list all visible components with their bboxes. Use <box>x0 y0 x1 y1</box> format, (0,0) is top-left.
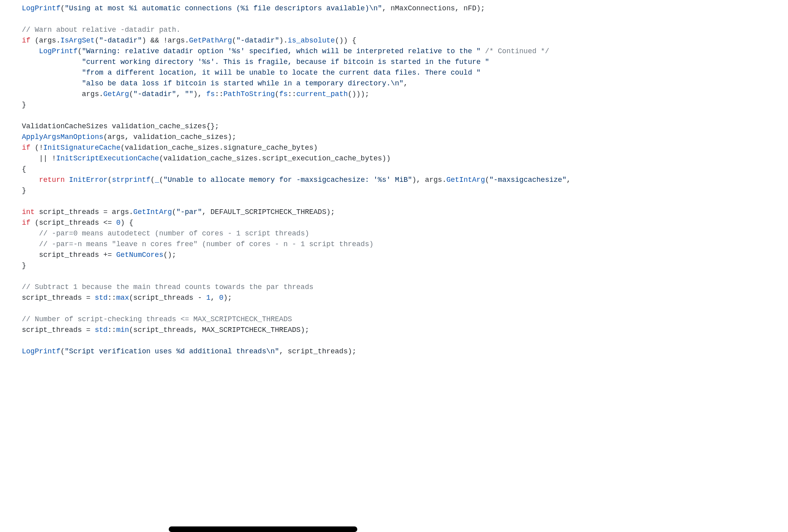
code-token: LogPrintf <box>22 347 60 355</box>
code-token: , DEFAULT_SCRIPTCHECK_THREADS); <box>202 208 335 216</box>
code-token: || ! <box>22 154 56 162</box>
code-token: ( <box>159 176 164 184</box>
code-token: if <box>22 219 31 227</box>
code-token: "" <box>185 90 194 98</box>
code-token: , script_threads); <box>279 347 356 355</box>
code-token: InitError <box>69 176 108 184</box>
code-token: :: <box>288 90 297 98</box>
code-token: , <box>176 90 185 98</box>
code-token: (script_threads <= <box>31 219 116 227</box>
code-token: ApplyArgsManOptions <box>22 133 103 141</box>
code-token: , nMaxConnections, nFD); <box>382 4 485 12</box>
code-token: 0 <box>116 219 121 227</box>
code-token: "Unable to allocate memory for -maxsigca… <box>164 176 412 184</box>
code-token: ), <box>193 90 206 98</box>
code-comment: /* Continued */ <box>485 47 549 55</box>
code-token: return <box>39 176 65 184</box>
code-token: } <box>22 101 26 109</box>
code-token <box>22 176 39 184</box>
code-token: ( <box>77 47 82 55</box>
code-token: ) && !args. <box>142 37 189 44</box>
code-token: GetIntArg <box>133 208 172 216</box>
code-token: (args. <box>31 37 61 44</box>
code-token: (args, validation_cache_sizes); <box>103 133 236 141</box>
code-token: script_threads += <box>22 251 116 259</box>
code-token: GetNumCores <box>116 251 164 259</box>
code-comment: // -par=-n means "leave n cores free" (n… <box>39 240 374 248</box>
code-token: PathToString <box>223 90 275 98</box>
code-token: } <box>22 187 26 195</box>
code-token <box>65 176 69 184</box>
code-token: ( <box>60 4 65 12</box>
code-token: } <box>22 262 26 270</box>
code-token: GetIntArg <box>446 176 485 184</box>
code-token: "from a different location, it will be u… <box>82 69 481 77</box>
code-token <box>22 229 39 237</box>
code-token: (); <box>163 251 176 259</box>
code-token: ( <box>129 90 133 98</box>
code-token: (script_threads - <box>129 294 206 302</box>
code-token: , <box>403 79 408 87</box>
code-token: int <box>22 208 35 216</box>
code-token: fs <box>279 90 288 98</box>
code-token: GetArg <box>103 90 129 98</box>
code-token: "also be data loss if bitcoin is started… <box>82 79 403 87</box>
code-token: ), args. <box>412 176 446 184</box>
code-token: "Script verification uses %d additional … <box>65 347 279 355</box>
code-token <box>481 47 485 55</box>
code-token <box>22 79 82 87</box>
code-token: if <box>22 144 31 152</box>
code-token: (validation_cache_sizes.signature_cache_… <box>120 144 318 152</box>
code-token: ValidationCacheSizes validation_cache_si… <box>22 122 219 130</box>
code-token: :: <box>108 326 116 334</box>
code-token: :: <box>215 90 223 98</box>
code-token: ( <box>232 37 236 44</box>
code-token: IsArgSet <box>60 37 94 44</box>
code-token: "Warning: relative datadir option '%s' s… <box>82 47 481 55</box>
code-token: InitSignatureCache <box>43 144 120 152</box>
code-token: fs <box>206 90 215 98</box>
code-comment: // -par=0 means autodetect (number of co… <box>39 229 309 237</box>
code-token: _ <box>155 176 159 184</box>
code-token: { <box>22 165 26 173</box>
code-token: std <box>95 326 108 334</box>
code-token: ); <box>223 294 232 302</box>
code-token: max <box>116 294 129 302</box>
code-token: "-datadir" <box>236 37 279 44</box>
code-token <box>22 69 82 77</box>
code-token: ( <box>95 37 99 44</box>
code-token: ( <box>108 176 112 184</box>
code-token: is_absolute <box>288 37 335 44</box>
code-token: ( <box>150 176 155 184</box>
code-token: InitScriptExecutionCache <box>56 154 159 162</box>
code-token: "-datadir" <box>99 37 142 44</box>
code-token: "-maxsigcachesize" <box>489 176 566 184</box>
code-token: script_threads = <box>22 326 95 334</box>
code-token: current_path <box>296 90 348 98</box>
code-token: 1 <box>206 294 211 302</box>
code-token: , <box>210 294 219 302</box>
code-comment: // Subtract 1 because the main thread co… <box>22 283 314 291</box>
code-token: std <box>95 294 108 302</box>
code-token: "current working directory '%s'. This is… <box>82 58 489 66</box>
code-token: GetPathArg <box>189 37 232 44</box>
code-token: (validation_cache_sizes.script_execution… <box>159 154 391 162</box>
code-block: LogPrintf("Using at most %i automatic co… <box>0 0 788 357</box>
code-comment: // Number of script-checking threads <= … <box>22 315 292 323</box>
code-token: ( <box>275 90 279 98</box>
code-token: ( <box>172 208 176 216</box>
code-token: LogPrintf <box>22 4 60 12</box>
code-token: 0 <box>219 294 223 302</box>
code-token <box>22 240 39 248</box>
code-token: LogPrintf <box>39 47 77 55</box>
code-token: "-datadir" <box>133 90 176 98</box>
code-token <box>22 58 82 66</box>
code-token: (! <box>31 144 43 152</box>
code-token: strprintf <box>112 176 150 184</box>
code-token: ()) { <box>335 37 356 44</box>
code-token <box>22 47 39 55</box>
code-token: ). <box>279 37 288 44</box>
code-token: ())); <box>348 90 369 98</box>
code-token: min <box>116 326 129 334</box>
code-token: ) { <box>120 219 133 227</box>
